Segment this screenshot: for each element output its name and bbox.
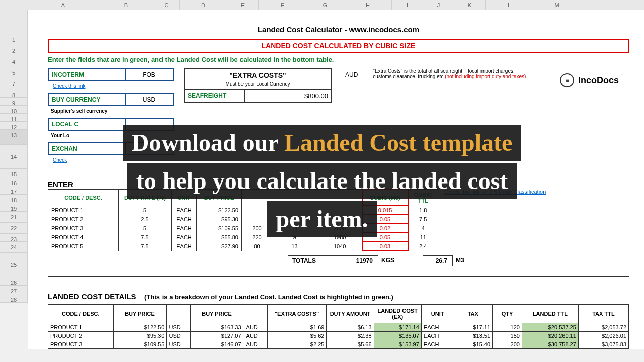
th-taxttl: TAX TTL [578, 305, 628, 323]
col-B[interactable]: B [99, 0, 153, 10]
incoterm-label: INCOTERM [48, 68, 126, 81]
col-J[interactable]: J [423, 0, 454, 10]
totals-weight: 11970 [333, 255, 378, 266]
col-A[interactable]: A [28, 0, 99, 10]
row-23[interactable]: 23 [0, 234, 28, 242]
totals-cubic: 26.7 [423, 255, 453, 266]
totals-label: TOTALS [288, 255, 333, 266]
table-row[interactable]: PRODUCT 57.5EACH$27.90801310400.032.4 [48, 242, 438, 251]
totals-cubic-unit: M3 [453, 255, 467, 266]
th-buy2: BUY PRICE [190, 305, 244, 323]
row-1[interactable]: 1 [0, 34, 28, 45]
col-D[interactable]: D [180, 0, 227, 10]
row-headers: 1 2 4 5 7 8 9 10 11 12 13 14 15 16 17 18… [0, 10, 28, 303]
details-note: (This is a breakdown of your Landed Cost… [144, 293, 393, 301]
row-26[interactable]: 26 [0, 277, 28, 286]
row-14[interactable]: 14 [0, 145, 28, 169]
row-4[interactable]: 4 [0, 56, 28, 67]
th-extra: "EXTRA COSTS" [267, 305, 327, 323]
extra-subtitle: Must be your Local Currency [185, 81, 331, 90]
column-headers: A B C D E F G H I J K L M [0, 0, 644, 10]
row-21[interactable]: 21 [0, 212, 28, 223]
row-5[interactable]: 5 [0, 67, 28, 78]
row-8[interactable]: 8 [0, 89, 28, 98]
landed-cost-details-table: CODE / DESC. BUY PRICE BUY PRICE "EXTRA … [48, 304, 629, 349]
col-E[interactable]: E [227, 0, 259, 10]
incoterm-value[interactable]: FOB [126, 68, 174, 81]
row-17[interactable]: 17 [0, 186, 28, 195]
th-cur2 [244, 305, 267, 323]
row-18[interactable]: 18 [0, 195, 28, 203]
extra-costs-box: "EXTRA COSTS" Must be your Local Currenc… [184, 68, 332, 103]
extra-title: "EXTRA COSTS" [185, 69, 331, 81]
totals-weight-unit: KGS [378, 255, 397, 266]
seafreight-label: SEAFREIGHT [185, 90, 245, 102]
incodocs-logo-side: ≡ IncoDocs [560, 73, 619, 87]
row-19[interactable]: 19 [0, 203, 28, 212]
col-G[interactable]: G [306, 0, 344, 10]
row-11[interactable]: 11 [0, 114, 28, 122]
row-22[interactable]: 22 [0, 223, 28, 234]
th-buy1: BUY PRICE [113, 305, 167, 323]
row-12[interactable]: 12 [0, 122, 28, 130]
col-L[interactable]: L [486, 0, 533, 10]
instruction-text: Enter the fields that are in green, and … [48, 56, 629, 63]
col-H[interactable]: H [344, 0, 392, 10]
row-24[interactable]: 24 [0, 242, 28, 253]
incoterm-link[interactable]: Check this link [48, 82, 174, 92]
seafreight-currency: AUD [342, 68, 358, 78]
th-qty: QTY [493, 305, 522, 323]
table-row[interactable]: PRODUCT 3$109.55USD$146.07AUD$2.25$5.66$… [48, 340, 629, 349]
totals-row: TOTALS 11970 KGS 26.7 M3 [48, 255, 629, 266]
buy-currency-value[interactable]: USD [126, 93, 174, 106]
banner: LANDED COST CALCULATED BY CUBIC SIZE [48, 39, 629, 53]
row-16[interactable]: 16 [0, 177, 28, 186]
col-M[interactable]: M [533, 0, 581, 10]
col-C[interactable]: C [153, 0, 180, 10]
row-10[interactable]: 10 [0, 106, 28, 114]
buy-currency-label: BUY CURRENCY [48, 93, 126, 106]
row-15[interactable]: 15 [0, 169, 28, 177]
extra-description: "Extra Costs" is the total of all seafre… [373, 68, 529, 79]
th-landedttl: LANDED TTL [522, 305, 578, 323]
document-icon: ≡ [560, 73, 574, 87]
col-F[interactable]: F [259, 0, 306, 10]
document-title: Landed Cost Calculator - www.incodocs.co… [48, 25, 629, 34]
th-landed: LANDED COST (EX) [374, 305, 421, 323]
buy-currency-note: Supplier's sell currency [48, 107, 174, 117]
row-13[interactable]: 13 [0, 130, 28, 145]
details-title: LANDED COST DETAILS [48, 292, 136, 301]
th-unit: UNIT [421, 305, 454, 323]
seafreight-value[interactable]: $800.00 [245, 90, 331, 102]
th-code: CODE / DESC. [48, 305, 114, 323]
th-cur1 [167, 305, 190, 323]
row-25[interactable]: 25 [0, 253, 28, 277]
row-27[interactable]: 27 [0, 286, 28, 294]
separator [48, 276, 629, 277]
row-2[interactable]: 2 [0, 45, 28, 56]
col-I[interactable]: I [392, 0, 423, 10]
table-row[interactable]: PRODUCT 1$122.50USD$163.33AUD$1.69$6.13$… [48, 323, 629, 332]
row-7[interactable]: 7 [0, 78, 28, 89]
row-9[interactable]: 9 [0, 98, 28, 106]
promo-overlay: Download our Landed Cost template to hel… [80, 124, 564, 238]
table-row[interactable]: PRODUCT 2$95.30USD$127.07AUD$5.62$2.38$1… [48, 332, 629, 340]
col-K[interactable]: K [454, 0, 486, 10]
row-28[interactable]: 28 [0, 294, 28, 303]
th-duty: DUTY AMOUNT [327, 305, 374, 323]
th-tax: TAX [454, 305, 493, 323]
